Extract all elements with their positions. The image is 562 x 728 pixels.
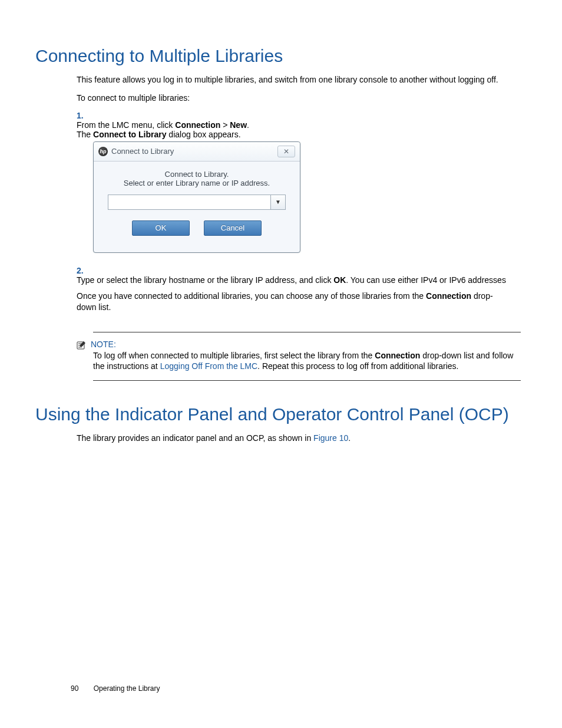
note-seg-c: . Repeat this process to log off from ad… <box>257 361 458 371</box>
intro-para-2: To connect to multiple libraries: <box>77 93 521 104</box>
step1-seg-c: . <box>247 120 249 130</box>
section-title: Operating the Library <box>94 684 160 693</box>
ocp-para-1: The library provides an indicator panel … <box>77 433 521 444</box>
cancel-button[interactable]: Cancel <box>204 220 262 236</box>
step2-p2-bold: Connection <box>426 291 471 301</box>
step2-line1: Type or select the library hostname or t… <box>77 275 506 285</box>
page-number: 90 <box>71 684 78 693</box>
library-input[interactable] <box>108 195 270 209</box>
step2-seg-a: Type or select the library hostname or t… <box>77 275 333 285</box>
step1-line2-bold: Connect to Library <box>93 130 166 139</box>
dropdown-button[interactable]: ▼ <box>270 195 285 209</box>
note-icon <box>77 340 86 348</box>
step-number-1: 1. <box>77 111 93 120</box>
close-icon: ✕ <box>283 147 289 156</box>
ocp-seg-b: . <box>348 433 351 443</box>
hp-logo-icon: hp <box>98 147 108 156</box>
step1-seg-b: > <box>220 120 230 130</box>
ocp-seg-a: The library provides an indicator panel … <box>77 433 313 443</box>
step1-line1: From the LMC menu, click Connection > Ne… <box>77 120 249 130</box>
intro-para-1: This feature allows you log in to multip… <box>77 74 521 85</box>
close-button[interactable]: ✕ <box>277 146 295 157</box>
step1-line2: The Connect to Library dialog box appear… <box>77 130 241 139</box>
chevron-down-icon: ▼ <box>275 199 281 205</box>
dialog-prompt-line2: Select or enter Library name or IP addre… <box>100 179 294 187</box>
step1-bold-b: New <box>230 120 247 130</box>
step1-line2-b: dialog box appears. <box>166 130 240 139</box>
step2-p2-a: Once you have connected to additional li… <box>77 291 426 301</box>
step2-bold-a: OK <box>333 275 346 285</box>
dialog-title: Connect to Library <box>111 147 174 156</box>
step2-seg-b: . You can use either IPv4 or IPv6 addres… <box>346 275 506 285</box>
note-seg-a: To log off when connected to multiple li… <box>93 351 375 360</box>
library-combobox[interactable]: ▼ <box>108 195 286 210</box>
note-block: NOTE: To log off when connected to multi… <box>93 332 521 381</box>
note-body: To log off when connected to multiple li… <box>93 350 521 373</box>
step2-para2: Once you have connected to additional li… <box>77 291 513 313</box>
step1-bold-a: Connection <box>175 120 220 130</box>
dialog-titlebar: hp Connect to Library ✕ <box>94 142 300 162</box>
note-label: NOTE: <box>91 340 116 349</box>
heading-connecting: Connecting to Multiple Libraries <box>35 46 527 66</box>
logging-off-link[interactable]: Logging Off From the LMC <box>160 361 257 371</box>
figure-10-link[interactable]: Figure 10 <box>313 433 348 443</box>
heading-ocp: Using the Indicator Panel and Operator C… <box>35 404 527 424</box>
page-footer: 90 Operating the Library <box>71 684 160 693</box>
step1-line2-a: The <box>77 130 93 139</box>
note-bold-a: Connection <box>375 351 420 360</box>
connect-to-library-dialog: hp Connect to Library ✕ Connect to Libra… <box>93 141 300 253</box>
step-number-2: 2. <box>77 266 93 275</box>
ok-button[interactable]: OK <box>132 220 190 236</box>
dialog-prompt-line1: Connect to Library. <box>100 170 294 179</box>
step1-seg-a: From the LMC menu, click <box>77 120 175 130</box>
